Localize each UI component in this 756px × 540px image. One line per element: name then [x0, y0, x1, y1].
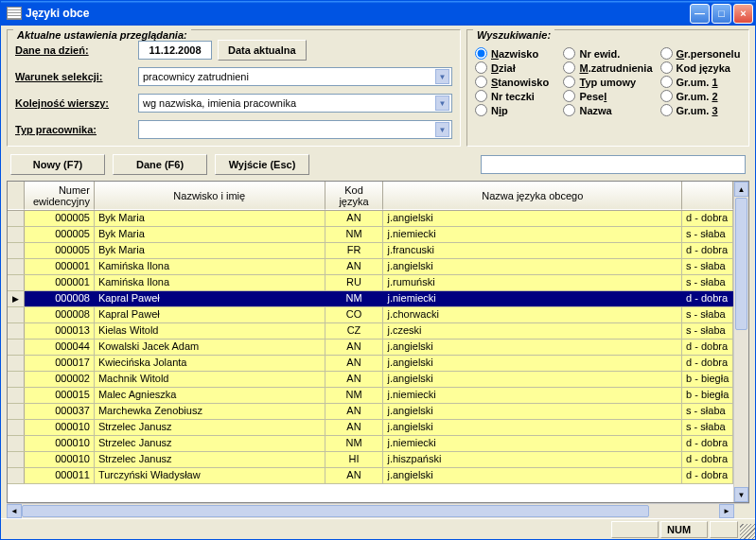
radio-input[interactable]	[563, 61, 575, 74]
search-input[interactable]	[481, 155, 746, 174]
data-button[interactable]: Dane (F6)	[113, 154, 207, 175]
horizontal-scrollbar[interactable]: ◄ ►	[7, 503, 749, 518]
resize-grip[interactable]	[740, 524, 755, 539]
search-radio-mzatrudnienia[interactable]: M.zatrudnienia	[563, 61, 652, 74]
search-radio-nrteczki[interactable]: Nr teczki	[475, 90, 555, 102]
scroll-thumb[interactable]	[735, 198, 747, 330]
grid-header-id[interactable]: Numer ewidencyjny	[25, 182, 95, 210]
new-button[interactable]: Nowy (F7)	[10, 154, 105, 175]
search-radio-grum2[interactable]: Gr.um. 2	[660, 90, 742, 102]
close-button[interactable]: ×	[733, 4, 753, 24]
cell-level: d - dobra	[682, 436, 733, 451]
scroll-left-icon[interactable]: ◄	[7, 504, 22, 518]
table-row[interactable]: 000037Marchewka ZenobiuszANj.angielskis …	[8, 404, 733, 420]
window-title: Języki obce	[26, 7, 690, 20]
radio-input[interactable]	[563, 104, 575, 116]
table-row[interactable]: 000010Strzelec JanuszNMj.niemieckid - do…	[8, 436, 733, 452]
table-row[interactable]: 000005Byk MariaANj.angielskid - dobra	[8, 211, 733, 227]
radio-input[interactable]	[475, 90, 487, 102]
type-combo[interactable]: ▼	[138, 120, 452, 139]
maximize-button[interactable]: □	[712, 4, 731, 24]
search-radio-dzia[interactable]: Dział	[475, 61, 555, 74]
search-radio-typumowy[interactable]: Typ umowy	[563, 76, 652, 88]
search-radio-grum3[interactable]: Gr.um. 3	[660, 104, 742, 116]
search-radio-nrewid[interactable]: Nr ewid.	[563, 47, 652, 60]
search-radio-grpersonelu[interactable]: Gr.personelu	[660, 47, 742, 60]
cell-lang: j.angielski	[383, 259, 682, 274]
cell-level: d - dobra	[682, 452, 733, 467]
radio-input[interactable]	[475, 47, 487, 60]
table-row[interactable]: 000010Strzelec JanuszANj.angielskis - sł…	[8, 420, 733, 436]
data-grid: Numer ewidencyjny Nazwisko i imię Kod ję…	[7, 181, 749, 503]
table-row[interactable]: 000008Kapral PawełCOj.chorwackis - słaba	[8, 307, 733, 323]
radio-input[interactable]	[660, 104, 673, 116]
cell-name: Kwiecińska Jolanta	[95, 356, 325, 371]
scroll-down-icon[interactable]: ▼	[734, 487, 748, 502]
radio-input[interactable]	[475, 104, 487, 116]
search-radio-nazwisko[interactable]: Nazwisko	[475, 47, 555, 60]
radio-input[interactable]	[660, 90, 673, 102]
radio-input[interactable]	[475, 76, 487, 88]
radio-input[interactable]	[660, 76, 673, 88]
table-row[interactable]: 000002Machnik WitoldANj.angielskib - bie…	[8, 372, 733, 388]
selection-value: pracownicy zatrudnieni	[143, 71, 435, 82]
vertical-scrollbar[interactable]: ▲ ▼	[733, 182, 748, 502]
radio-input[interactable]	[660, 61, 673, 74]
radio-input[interactable]	[475, 61, 487, 74]
cell-name: Kowalski Jacek Adam	[95, 340, 325, 355]
radio-input[interactable]	[563, 90, 575, 102]
grid-header-level[interactable]	[682, 182, 733, 210]
selection-combo[interactable]: pracownicy zatrudnieni ▼	[138, 67, 452, 86]
cell-id: 000001	[25, 259, 95, 274]
table-row[interactable]: 000013Kielas WitoldCZj.czeskis - słaba	[8, 323, 733, 340]
cell-lang: j.angielski	[383, 356, 682, 371]
cell-level: s - słaba	[682, 307, 733, 322]
cell-level: s - słaba	[682, 227, 733, 242]
radio-input[interactable]	[563, 76, 575, 88]
grid-header-lang[interactable]: Nazwa języka obcego	[383, 182, 682, 210]
titlebar[interactable]: Języki obce — □ ×	[1, 1, 755, 26]
search-radio-stanowisko[interactable]: Stanowisko	[475, 76, 555, 88]
radio-input[interactable]	[563, 47, 575, 60]
radio-label: Nip	[491, 105, 508, 116]
exit-button[interactable]: Wyjście (Esc)	[215, 154, 309, 175]
date-input[interactable]	[138, 41, 212, 60]
search-radio-grum1[interactable]: Gr.um. 1	[660, 76, 742, 88]
hscroll-thumb[interactable]	[22, 505, 649, 517]
table-row[interactable]: 000001Kamińska IlonaRUj.rumuńskis - słab…	[8, 275, 733, 291]
table-row[interactable]: 000005Byk MariaFRj.francuskid - dobra	[8, 243, 733, 259]
cell-code: FR	[325, 243, 384, 258]
search-panel: Wyszukiwanie: NazwiskoNr ewid.Gr.persone…	[466, 29, 749, 147]
minimize-button[interactable]: —	[690, 4, 710, 24]
table-row[interactable]: ▶000008Kapral PawełNMj.niemieckid - dobr…	[8, 291, 733, 307]
scroll-up-icon[interactable]: ▲	[734, 182, 748, 197]
grid-header: Numer ewidencyjny Nazwisko i imię Kod ję…	[8, 182, 733, 211]
search-radio-pesel[interactable]: Pesel	[563, 90, 652, 102]
radio-label: Gr.um. 1	[677, 77, 718, 88]
cell-lang: j.hiszpański	[383, 452, 682, 467]
order-combo[interactable]: wg nazwiska, imienia pracownika ▼	[138, 94, 452, 113]
table-row[interactable]: 000015Malec AgnieszkaNMj.niemieckib - bi…	[8, 388, 733, 404]
grid-header-code[interactable]: Kod języka	[325, 182, 384, 210]
radio-input[interactable]	[660, 47, 673, 60]
grid-header-name[interactable]: Nazwisko i imię	[95, 182, 325, 210]
table-row[interactable]: 000044Kowalski Jacek AdamANj.angielskid …	[8, 340, 733, 356]
cell-name: Strzelec Janusz	[95, 452, 325, 467]
table-row[interactable]: 000010Strzelec JanuszHIj.hiszpańskid - d…	[8, 452, 733, 468]
radio-label: Nr ewid.	[579, 48, 620, 60]
cell-lang: j.angielski	[383, 468, 682, 483]
table-row[interactable]: 000011Turczyński WładysławANj.angielskid…	[8, 468, 733, 484]
grid-header-marker[interactable]	[8, 182, 25, 210]
current-date-button[interactable]: Data aktualna	[218, 40, 307, 61]
scroll-right-icon[interactable]: ►	[719, 504, 734, 518]
search-radio-nazwa[interactable]: Nazwa	[563, 104, 652, 116]
cell-level: d - dobra	[682, 340, 733, 355]
table-row[interactable]: 000005Byk MariaNMj.niemieckis - słaba	[8, 227, 733, 243]
cell-id: 000017	[25, 356, 95, 371]
cell-id: 000010	[25, 452, 95, 467]
search-radio-kodjzyka[interactable]: Kod języka	[660, 61, 742, 74]
app-icon	[7, 7, 22, 20]
search-radio-nip[interactable]: Nip	[475, 104, 555, 116]
table-row[interactable]: 000001Kamińska IlonaANj.angielskis - sła…	[8, 259, 733, 275]
table-row[interactable]: 000017Kwiecińska JolantaANj.angielskid -…	[8, 356, 733, 372]
